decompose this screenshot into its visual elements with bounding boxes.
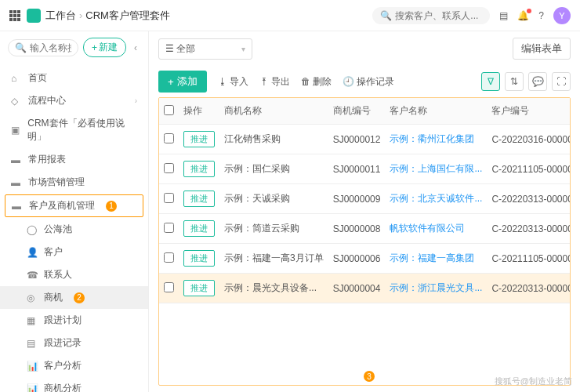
- push-button[interactable]: 推进: [183, 131, 215, 147]
- chat-button[interactable]: 💬: [528, 72, 547, 91]
- app-logo: [27, 9, 41, 23]
- expand-button[interactable]: ⛶: [552, 72, 571, 91]
- record-icon: ▤: [27, 338, 38, 349]
- push-button[interactable]: 推进: [183, 161, 215, 177]
- filter-icon: ∇: [488, 76, 494, 87]
- filter-button[interactable]: ∇: [481, 72, 500, 91]
- sidebar-item-常用报表[interactable]: ▬常用报表: [0, 148, 148, 171]
- sidebar-item-label: 首页: [28, 71, 47, 85]
- sidebar-item-客户及商机管理[interactable]: ▬客户及商机管理1: [5, 194, 143, 217]
- view-selector[interactable]: ☰ 全部 ▾: [158, 38, 252, 60]
- plus-icon: +: [92, 42, 97, 53]
- sort-icon: ⇅: [510, 76, 518, 87]
- cell-name: 江化销售采购: [219, 125, 328, 154]
- cell-customer[interactable]: 帆软软件有限公司: [385, 214, 487, 244]
- log-button[interactable]: 🕘操作记录: [343, 75, 394, 89]
- cell-customer[interactable]: 示例：北京天诚软件...: [385, 184, 487, 214]
- sidebar-item-联系人[interactable]: ☎联系人: [0, 263, 148, 286]
- apps-grid-icon[interactable]: [9, 10, 20, 21]
- sidebar-search-input[interactable]: [30, 42, 71, 53]
- upload-icon: ⭱: [259, 76, 269, 87]
- sidebar-item-跟进计划[interactable]: ▦跟进计划: [0, 309, 148, 332]
- breadcrumb-current[interactable]: CRM客户管理套件: [85, 9, 170, 23]
- table-row[interactable]: 推进示例：福建一高3月订单SJ0000006示例：福建一高集团C-2021110…: [159, 244, 571, 274]
- global-search[interactable]: 🔍: [372, 7, 490, 24]
- sidebar-item-市场营销管理[interactable]: ▬市场营销管理: [0, 171, 148, 194]
- notebook-icon[interactable]: ▤: [499, 10, 508, 21]
- annotation-badge: 1: [106, 201, 117, 212]
- select-all-checkbox[interactable]: [164, 105, 174, 115]
- notification-dot: [527, 9, 531, 13]
- collapse-sidebar-icon[interactable]: ‹: [131, 42, 140, 53]
- annotation-badge-3: 3: [364, 371, 375, 382]
- row-checkbox[interactable]: [164, 282, 174, 292]
- push-button[interactable]: 推进: [183, 280, 215, 296]
- sidebar-item-label: 客户及商机管理: [29, 199, 95, 212]
- row-checkbox[interactable]: [164, 163, 174, 173]
- help-icon[interactable]: ?: [538, 10, 544, 21]
- row-checkbox[interactable]: [164, 223, 174, 233]
- cell-custcode: C-20211105-0000004: [487, 244, 571, 274]
- column-header[interactable]: 商机编号: [328, 98, 386, 125]
- sidebar-item-商机分析[interactable]: 📊商机分析: [0, 377, 148, 392]
- column-header[interactable]: 商机名称: [219, 98, 328, 125]
- import-button[interactable]: ⭳导入: [218, 75, 248, 89]
- push-button[interactable]: 推进: [183, 191, 215, 207]
- chevron-right-icon: ›: [135, 96, 137, 105]
- sidebar-item-CRM套件「必看使用说明」[interactable]: ▣CRM套件「必看使用说明」: [0, 112, 148, 148]
- table-row[interactable]: 推进示例：国仁采购SJ0000011示例：上海国仁有限...C-20211105…: [159, 154, 571, 184]
- sidebar-item-label: 客户: [44, 245, 63, 259]
- table-row[interactable]: 推进示例：天诚采购SJ0000009示例：北京天诚软件...C-20220313…: [159, 184, 571, 214]
- chat-icon: 💬: [532, 76, 544, 87]
- chart-icon: 📊: [27, 383, 38, 393]
- push-button[interactable]: 推进: [183, 220, 215, 237]
- cell-customer[interactable]: 示例：衢州江化集团: [385, 125, 487, 154]
- add-button[interactable]: +添加: [158, 71, 207, 93]
- cell-code: SJ0000008: [328, 214, 386, 244]
- bell-icon[interactable]: 🔔: [517, 10, 529, 21]
- export-button[interactable]: ⭱导出: [259, 75, 290, 89]
- sidebar-search[interactable]: 🔍: [8, 39, 78, 56]
- column-header[interactable]: 客户名称: [385, 98, 487, 125]
- doc-icon: ▣: [11, 125, 21, 136]
- delete-button[interactable]: 🗑删除: [301, 75, 332, 89]
- plan-icon: ▦: [27, 315, 38, 326]
- column-header[interactable]: 操作: [179, 98, 219, 125]
- cell-custcode: C-20220313-0000002: [487, 184, 571, 214]
- row-checkbox[interactable]: [164, 193, 174, 203]
- table-row[interactable]: 推进示例：简道云采购SJ0000008帆软软件有限公司C-20220313-00…: [159, 214, 571, 244]
- breadcrumb-root[interactable]: 工作台: [45, 9, 76, 23]
- folder-icon: ▬: [11, 154, 22, 165]
- push-button[interactable]: 推进: [183, 250, 215, 267]
- sort-button[interactable]: ⇅: [505, 72, 524, 91]
- pool-icon: ◯: [27, 224, 38, 235]
- data-table: 操作商机名称商机编号客户名称客户编号客户联系人 推进江化销售采购SJ000001…: [159, 98, 571, 303]
- sidebar-item-label: 客户分析: [44, 359, 82, 372]
- toolbar: +添加 ⭳导入 ⭱导出 🗑删除 🕘操作记录 ∇ ⇅ 💬 ⛶: [149, 66, 580, 97]
- row-checkbox[interactable]: [164, 252, 174, 263]
- sidebar-item-label: CRM套件「必看使用说明」: [27, 117, 137, 143]
- cell-name: 示例：福建一高3月订单: [219, 244, 328, 274]
- sidebar-item-首页[interactable]: ⌂首页: [0, 67, 148, 89]
- sidebar-item-公海池[interactable]: ◯公海池: [0, 218, 148, 241]
- list-icon: ☰: [165, 43, 174, 54]
- table-row[interactable]: 推进江化销售采购SJ0000012示例：衢州江化集团C-20220316-000…: [159, 125, 571, 154]
- sidebar-item-客户[interactable]: 👤客户: [0, 241, 148, 263]
- cell-name: 示例：晨光文具设备...: [219, 274, 328, 303]
- cell-customer[interactable]: 示例：浙江晨光文具...: [385, 274, 487, 303]
- cell-custcode: C-20220313-0000001: [487, 214, 571, 244]
- global-search-input[interactable]: [395, 10, 482, 21]
- sidebar-item-跟进记录[interactable]: ▤跟进记录: [0, 332, 148, 354]
- edit-table-button[interactable]: 编辑表单: [513, 38, 571, 60]
- sidebar-item-客户分析[interactable]: 📊客户分析: [0, 354, 148, 377]
- table-row[interactable]: 推进示例：晨光文具设备...SJ0000004示例：浙江晨光文具...C-202…: [159, 274, 571, 303]
- column-header[interactable]: 客户编号: [487, 98, 571, 125]
- new-button[interactable]: +新建: [83, 38, 126, 57]
- sidebar-nav: ⌂首页◇流程中心›▣CRM套件「必看使用说明」▬常用报表▬市场营销管理▬客户及商…: [0, 64, 148, 392]
- cell-customer[interactable]: 示例：上海国仁有限...: [385, 154, 487, 184]
- sidebar-item-商机[interactable]: ◎商机2: [0, 286, 148, 309]
- avatar[interactable]: Y: [553, 7, 571, 24]
- row-checkbox[interactable]: [164, 133, 174, 143]
- cell-customer[interactable]: 示例：福建一高集团: [385, 244, 487, 274]
- sidebar-item-流程中心[interactable]: ◇流程中心›: [0, 89, 148, 112]
